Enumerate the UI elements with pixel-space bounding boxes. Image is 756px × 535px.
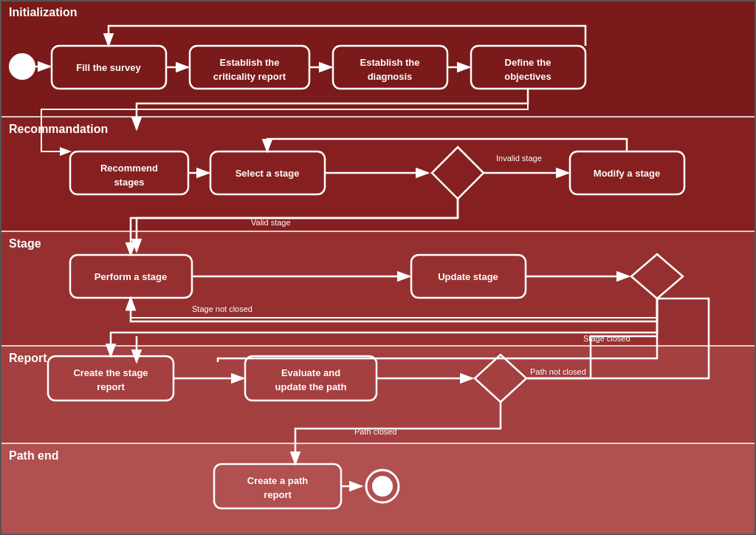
objectives-label2: objectives [504, 71, 551, 82]
path-report-label2: report [264, 489, 292, 500]
eval-path-label: Evaluate and [281, 367, 340, 378]
recommend-label2: stages [114, 177, 144, 188]
objectives-label: Define the [505, 57, 551, 68]
valid-stage-label: Valid stage [251, 218, 291, 227]
diagram-container: Initialization Recommandation Stage Repo… [0, 0, 756, 535]
fill-survey-label: Fill the survey [76, 62, 141, 73]
section-pathend-label: Path end [9, 449, 59, 462]
path-not-closed-label: Path not closed [530, 367, 586, 376]
diagnosis-label2: diagnosis [368, 71, 413, 82]
recommend-label: Recommend [100, 163, 158, 174]
path-report-label: Create a path [247, 475, 308, 486]
perform-stage-label: Perform a stage [94, 271, 167, 282]
select-stage-label: Select a stage [236, 168, 300, 179]
criticality-label: Establish the [220, 57, 280, 68]
start-circle [9, 53, 35, 80]
eval-path-label2: update the path [275, 381, 347, 392]
stage-report-label2: report [97, 381, 125, 392]
modify-stage-label: Modify a stage [594, 168, 660, 179]
criticality-label2: criticality report [213, 71, 286, 82]
section-stage [0, 231, 756, 346]
section-recomm-label: Recommandation [9, 123, 108, 135]
diagnosis-label: Establish the [360, 57, 420, 68]
section-stage-label: Stage [9, 237, 41, 250]
stage-report-label: Create the stage [73, 367, 148, 378]
section-report-label: Report [9, 352, 47, 364]
end-circle-inner [372, 476, 393, 497]
invalid-stage-label: Invalid stage [496, 154, 542, 163]
section-init-label: Initialization [9, 6, 77, 18]
update-stage-label: Update stage [438, 271, 498, 282]
stage-not-closed-label: Stage not closed [192, 304, 252, 313]
